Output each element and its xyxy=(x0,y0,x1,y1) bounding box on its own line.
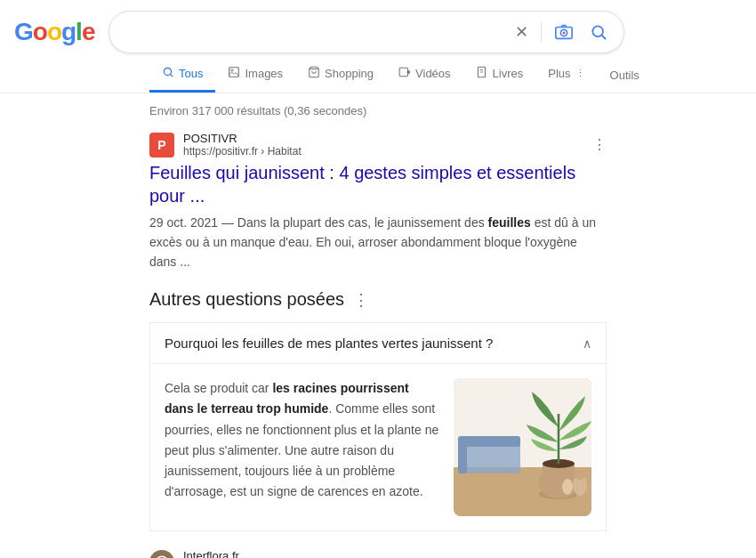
result-item-interflora: Interflora.fr https://www.interflora.fr … xyxy=(149,549,607,558)
faq-answer-wrapper: Cela se produit car les racines pourriss… xyxy=(150,364,606,530)
svg-line-4 xyxy=(602,36,606,39)
snippet-text-1: — Dans la plupart des cas, le jaunisseme… xyxy=(218,215,488,230)
images-tab-icon xyxy=(228,66,240,81)
google-logo[interactable]: Google xyxy=(14,18,94,46)
search-submit-button[interactable] xyxy=(586,20,611,44)
result-title-positivr[interactable]: Feuilles qui jaunissent : 4 gestes simpl… xyxy=(149,161,607,207)
result-source-interflora: Interflora.fr https://www.interflora.fr … xyxy=(149,549,607,558)
result-item-positivr: P POSITIVR https://positivr.fr › Habitat… xyxy=(149,132,607,271)
tab-livres[interactable]: Livres xyxy=(463,57,536,93)
source-name-interflora: Interflora.fr xyxy=(183,549,447,558)
faq-section: Autres questions posées ⋮ Pourquoi les f… xyxy=(149,289,607,531)
tab-videos-label: Vidéos xyxy=(415,67,451,80)
faq-plant-image xyxy=(454,378,591,516)
tab-images-label: Images xyxy=(245,67,283,80)
plus-tab-label: Plus xyxy=(548,67,570,80)
faq-item: Pourquoi les feuilles de mes plantes ver… xyxy=(149,322,607,531)
faq-header: Autres questions posées ⋮ xyxy=(149,289,607,310)
svg-point-2 xyxy=(563,32,566,35)
svg-point-8 xyxy=(231,69,233,71)
separator xyxy=(541,22,542,42)
faq-chevron-up-icon: ∧ xyxy=(583,336,591,351)
videos-tab-icon xyxy=(398,66,411,81)
livres-tab-icon xyxy=(476,66,488,81)
camera-search-button[interactable] xyxy=(551,19,577,45)
svg-point-26 xyxy=(575,473,585,480)
faq-question[interactable]: Pourquoi les feuilles de mes plantes ver… xyxy=(150,323,606,364)
source-url-positivr[interactable]: https://positivr.fr › Habitat xyxy=(183,145,302,158)
results-count: Environ 317 000 résultats (0,36 secondes… xyxy=(149,93,607,132)
svg-rect-18 xyxy=(458,442,520,473)
svg-rect-19 xyxy=(458,436,520,447)
results-area: Environ 317 000 résultats (0,36 secondes… xyxy=(0,93,756,558)
answer-text-1: Cela se produit car xyxy=(165,381,272,395)
svg-point-27 xyxy=(562,479,573,495)
tab-plus[interactable]: Plus ⋮ xyxy=(535,58,597,92)
svg-rect-20 xyxy=(458,442,467,473)
clear-icon[interactable]: ✕ xyxy=(511,19,532,45)
search-input[interactable]: feuilles qui jaunissent plante verte xyxy=(125,24,504,40)
faq-question-text: Pourquoi les feuilles de mes plantes ver… xyxy=(165,336,493,351)
svg-line-6 xyxy=(170,74,172,76)
faq-title: Autres questions posées xyxy=(149,289,344,310)
tab-shopping-label: Shopping xyxy=(325,67,374,80)
nav-tabs: Tous Images Shopping Vidéo xyxy=(0,57,756,93)
result-options-icon[interactable]: ⋮ xyxy=(592,136,607,153)
svg-rect-7 xyxy=(229,68,239,77)
search-tab-icon xyxy=(162,66,174,81)
search-icons-group: ✕ xyxy=(511,19,611,45)
faq-options-icon[interactable]: ⋮ xyxy=(353,290,369,310)
shopping-tab-icon xyxy=(308,66,320,81)
snippet-date: 29 oct. 2021 xyxy=(149,215,218,230)
favicon-positivr: P xyxy=(149,133,174,158)
plus-tab-chevron-icon: ⋮ xyxy=(575,68,585,79)
faq-answer-text: Cela se produit car les racines pourriss… xyxy=(165,378,439,516)
tab-tous-label: Tous xyxy=(179,67,203,80)
tab-shopping[interactable]: Shopping xyxy=(295,57,386,93)
result-source-positivr: P POSITIVR https://positivr.fr › Habitat… xyxy=(149,132,607,158)
tab-livres-label: Livres xyxy=(493,67,524,80)
answer-text-2: . Comme elles sont pourries, elles ne fo… xyxy=(165,401,438,497)
source-info-positivr: POSITIVR https://positivr.fr › Habitat xyxy=(183,132,302,158)
favicon-interflora xyxy=(149,550,174,558)
snippet-bold-feuilles: feuilles xyxy=(488,215,531,230)
source-info-interflora: Interflora.fr https://www.interflora.fr … xyxy=(183,549,447,558)
tab-tous[interactable]: Tous xyxy=(149,57,215,93)
search-bar: feuilles qui jaunissent plante verte ✕ xyxy=(109,11,624,53)
tab-videos[interactable]: Vidéos xyxy=(386,57,463,93)
outils-button[interactable]: Outils xyxy=(598,60,652,91)
source-name-positivr: POSITIVR xyxy=(183,132,302,145)
header: Google feuilles qui jaunissent plante ve… xyxy=(0,0,756,53)
tab-images[interactable]: Images xyxy=(215,57,295,93)
result-snippet-positivr: 29 oct. 2021 — Dans la plupart des cas, … xyxy=(149,213,607,271)
